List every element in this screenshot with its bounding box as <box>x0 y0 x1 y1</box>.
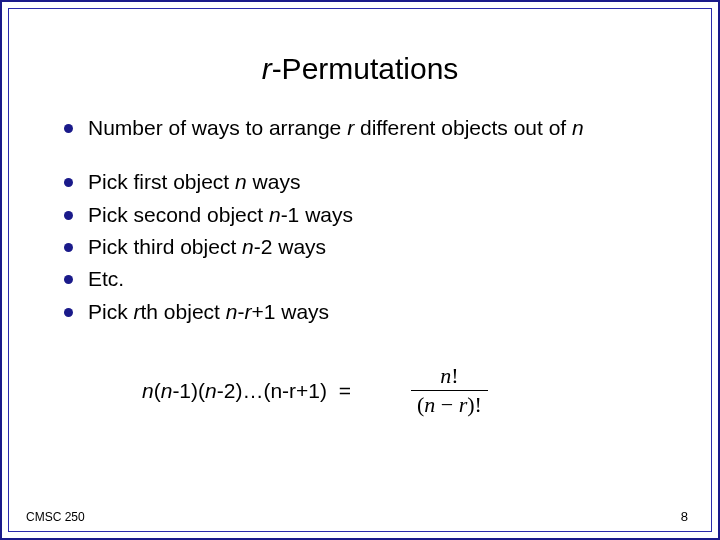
var-n: n <box>242 235 254 258</box>
text: -2 ways <box>254 235 326 258</box>
text: -1)( <box>172 379 205 402</box>
text: )! <box>467 392 482 417</box>
footer-page-number: 8 <box>681 509 688 524</box>
var-r: r <box>134 300 141 323</box>
var-n: n <box>235 170 247 193</box>
list-item: Pick third object n-2 ways <box>64 233 678 261</box>
text: ways <box>247 170 301 193</box>
text: − <box>435 392 458 417</box>
list-item: Etc. <box>64 265 678 293</box>
title-rest: -Permutations <box>272 52 459 85</box>
text: Etc. <box>88 267 124 290</box>
spacer <box>42 146 678 168</box>
text: Pick first object <box>88 170 235 193</box>
fraction-numerator: n! <box>434 364 464 388</box>
text: Number of ways to arrange <box>88 116 347 139</box>
text: Pick third object <box>88 235 242 258</box>
text: -1 ways <box>281 203 353 226</box>
var-n: n <box>205 379 217 402</box>
var-n: n <box>572 116 584 139</box>
text: Pick <box>88 300 134 323</box>
text: -2)…(n-r+1) = <box>217 379 351 402</box>
var-r: r <box>459 392 468 417</box>
list-item: Pick second object n-1 ways <box>64 201 678 229</box>
var-n: n <box>269 203 281 226</box>
text: ( <box>154 379 161 402</box>
slide-frame: r-Permutations Number of ways to arrange… <box>0 0 720 540</box>
var-n: n <box>161 379 173 402</box>
var-n: n <box>226 300 238 323</box>
fraction-denominator: (n − r)! <box>411 393 488 417</box>
text: different objects out of <box>354 116 572 139</box>
title-italic: r <box>262 52 272 85</box>
text: Pick second object <box>88 203 269 226</box>
bullet-list: Number of ways to arrange r different ob… <box>42 114 678 142</box>
formula-left: n(n-1)(n-2)…(n-r+1) = <box>142 379 351 403</box>
formula-row: n(n-1)(n-2)…(n-r+1) = n! (n − r)! <box>142 364 678 417</box>
footer-course: CMSC 250 <box>26 510 85 524</box>
fraction: n! (n − r)! <box>411 364 488 417</box>
var-n: n <box>142 379 154 402</box>
fraction-bar <box>411 390 488 391</box>
bullet-list: Pick first object n ways Pick second obj… <box>42 168 678 326</box>
text: th object <box>141 300 226 323</box>
list-item: Pick first object n ways <box>64 168 678 196</box>
var-n: n <box>440 363 451 388</box>
text: ! <box>451 363 458 388</box>
list-item: Number of ways to arrange r different ob… <box>64 114 678 142</box>
slide-title: r-Permutations <box>42 52 678 86</box>
var-n: n <box>424 392 435 417</box>
list-item: Pick rth object n-r+1 ways <box>64 298 678 326</box>
text: +1 ways <box>251 300 329 323</box>
